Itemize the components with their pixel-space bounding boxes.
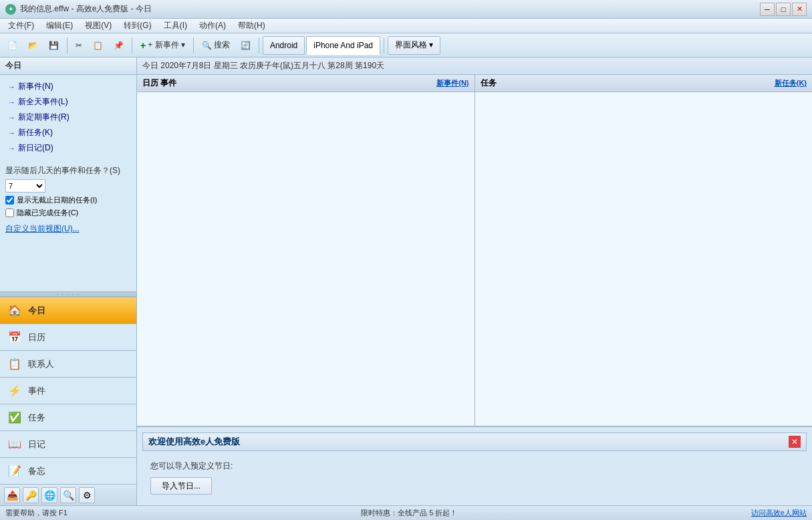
nav-memo-label: 备忘 (28, 465, 45, 477)
hide-done-label: 隐藏已完成任务(C) (17, 208, 78, 218)
nav-contacts[interactable]: 📋 联系人 (0, 350, 136, 377)
new-event-button[interactable]: + + 新事件 ▾ (136, 36, 190, 55)
arrow-icon-4: → (8, 129, 15, 137)
welcome-title-text: 欢迎使用高效e人免费版 (148, 436, 240, 448)
menu-file[interactable]: 文件(F) (3, 19, 39, 33)
toolbar-open-button[interactable]: 📂 (23, 36, 43, 55)
tasks-panel-header: 任务 新任务(K) (475, 75, 813, 92)
calendar-icon: 📅 (7, 330, 23, 346)
cut-icon: ✂ (76, 41, 82, 50)
nav-diary[interactable]: 📖 日记 (0, 430, 136, 457)
window-title: 我的信息.effw - 高效e人免费版 - 今日 (20, 3, 152, 15)
nav-contacts-label: 联系人 (28, 358, 54, 370)
nav-events[interactable]: ⚡ 事件 (0, 377, 136, 404)
menu-goto[interactable]: 转到(G) (118, 19, 156, 33)
sidebar-bottom-toolbar: 📤 🔑 🌐 🔍 ⚙ (0, 484, 136, 505)
tasks-panel-title: 任务 (481, 78, 497, 89)
sidebar-web-button[interactable]: 🌐 (41, 487, 57, 503)
copy-icon: 📋 (93, 41, 103, 50)
nav-tasks-label: 任务 (28, 412, 45, 424)
welcome-close-button[interactable]: ✕ (789, 436, 801, 448)
events-icon: ⚡ (7, 383, 23, 399)
new-file-icon: 📄 (7, 41, 17, 50)
search2-icon: 🔍 (63, 490, 74, 501)
sidebar-export-button[interactable]: 📤 (4, 487, 20, 503)
nav-today[interactable]: 🏠 今日 (0, 297, 136, 323)
sidebar-search2-button[interactable]: 🔍 (60, 487, 76, 503)
menu-view[interactable]: 视图(V) (80, 19, 117, 33)
export-icon: 📤 (7, 490, 18, 501)
days-select[interactable]: 7 3 5 14 (5, 179, 45, 192)
sidebar-item-new-task-label: 新任务(K) (18, 127, 53, 138)
menu-action[interactable]: 动作(A) (194, 19, 231, 33)
tab-android[interactable]: Android (263, 36, 305, 55)
show-no-deadline-row: 显示无截止日期的任务(I) (5, 195, 131, 205)
key-icon: 🔑 (25, 490, 37, 501)
toolbar-save-button[interactable]: 💾 (44, 36, 63, 55)
maximize-button[interactable]: □ (776, 3, 791, 16)
today-icon: 🏠 (7, 303, 23, 319)
toolbar-copy-button[interactable]: 📋 (88, 36, 108, 55)
close-button[interactable]: ✕ (792, 3, 807, 16)
sidebar-item-new-recurring[interactable]: → 新定期事件(R) (5, 110, 131, 125)
show-no-deadline-label: 显示无截止日期的任务(I) (17, 195, 97, 205)
toolbar-new-file-button[interactable]: 📄 (3, 36, 22, 55)
sidebar-item-new-event[interactable]: → 新事件(N) (5, 79, 131, 94)
content-header: 今日 2020年7月8日 星期三 农历庚子年(鼠)五月十八 第28周 第190天 (137, 57, 812, 75)
sidebar-item-new-diary-label: 新日记(D) (18, 142, 53, 154)
website-link[interactable]: 访问高效e人网站 (751, 508, 807, 518)
bottom-nav: 🏠 今日 📅 日历 📋 联系人 ⚡ 事件 ✅ 任务 📖 日记 (0, 297, 136, 484)
sidebar-key-button[interactable]: 🔑 (23, 487, 39, 503)
contacts-icon: 📋 (7, 356, 23, 372)
title-bar-left: ✦ 我的信息.effw - 高效e人免费版 - 今日 (5, 3, 152, 15)
new-task-panel-btn[interactable]: 新任务(K) (775, 78, 807, 88)
nav-tasks[interactable]: ✅ 任务 (0, 404, 136, 430)
search-button[interactable]: 🔍 搜索 (197, 36, 235, 55)
sidebar-section-title: 今日 (0, 57, 136, 75)
menu-tools[interactable]: 工具(I) (158, 19, 192, 33)
show-no-deadline-checkbox[interactable] (5, 196, 14, 205)
sidebar-item-new-task[interactable]: → 新任务(K) (5, 125, 131, 140)
new-event-panel-btn[interactable]: 新事件(N) (436, 78, 468, 88)
tasks-icon: ✅ (7, 410, 23, 426)
nav-calendar-label: 日历 (28, 332, 45, 344)
sidebar-item-new-diary[interactable]: → 新日记(D) (5, 140, 131, 156)
sidebar-item-new-allday[interactable]: → 新全天事件(L) (5, 94, 131, 110)
welcome-title-bar: 欢迎使用高效e人免费版 ✕ (142, 432, 807, 451)
menu-edit[interactable]: 编辑(E) (41, 19, 78, 33)
events-panel-title: 日历 事件 (142, 78, 176, 89)
memo-icon: 📝 (7, 463, 23, 479)
nav-calendar[interactable]: 📅 日历 (0, 323, 136, 350)
toolbar-paste-button[interactable]: 📌 (109, 36, 128, 55)
refresh-button[interactable]: 🔄 (236, 36, 255, 55)
tasks-panel: 任务 新任务(K) (475, 75, 813, 426)
toolbar-sep-5 (384, 37, 384, 53)
app-icon: ✦ (5, 4, 16, 15)
diary-icon: 📖 (7, 436, 23, 452)
menu-bar: 文件(F) 编辑(E) 视图(V) 转到(G) 工具(I) 动作(A) 帮助(H… (0, 19, 812, 33)
sidebar-nav-items: → 新事件(N) → 新全天事件(L) → 新定期事件(R) → 新任务(K) … (0, 75, 136, 160)
arrow-icon-1: → (8, 83, 15, 91)
toolbar-sep-2 (132, 37, 132, 53)
arrow-icon-3: → (8, 114, 15, 122)
search-label: 搜索 (214, 39, 230, 51)
hide-done-checkbox[interactable] (5, 209, 14, 217)
customize-link[interactable]: 自定义当前视图(U)... (5, 223, 131, 235)
web-icon: 🌐 (44, 490, 55, 501)
minimize-button[interactable]: ─ (760, 3, 775, 16)
tasks-panel-body (475, 92, 813, 426)
tab-ui-style[interactable]: 界面风格 ▾ (388, 36, 440, 55)
sidebar-settings-button[interactable]: ⚙ (79, 487, 95, 503)
toolbar: 📄 📂 💾 ✂ 📋 📌 + + 新事件 ▾ 🔍 搜索 🔄 Android iPh… (0, 33, 812, 57)
refresh-icon: 🔄 (241, 41, 251, 50)
sidebar-item-new-recurring-label: 新定期事件(R) (18, 112, 70, 123)
tab-iphone[interactable]: iPhone And iPad (306, 36, 380, 55)
new-event-icon: + (140, 40, 146, 51)
nav-memo[interactable]: 📝 备忘 (0, 457, 136, 484)
sidebar-divider[interactable]: · · · · · (0, 291, 136, 297)
import-holiday-button[interactable]: 导入节日... (150, 477, 212, 495)
menu-help[interactable]: 帮助(H) (233, 19, 271, 33)
toolbar-cut-button[interactable]: ✂ (71, 36, 87, 55)
toolbar-sep-1 (67, 37, 67, 53)
search-icon: 🔍 (202, 41, 212, 50)
